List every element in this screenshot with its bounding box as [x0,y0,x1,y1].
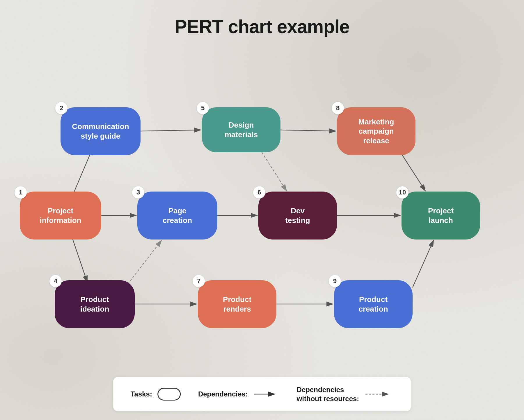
node-3: 3 Pagecreation [137,192,217,240]
node-10: 10 Projectlaunch [402,192,480,240]
chart-area: 1 Projectinformation 2 Communicationstyl… [0,43,524,363]
node-6-label: Devtesting [285,206,310,225]
svg-line-2 [73,149,93,195]
svg-line-7 [125,240,161,287]
node-10-label: Projectlaunch [428,206,454,225]
node-6-number: 6 [253,186,265,199]
legend-dependencies-no-resources: Dependencieswithout resources: [297,385,394,403]
node-5-label: Designmaterials [225,120,258,139]
node-6: 6 Devtesting [258,192,337,240]
legend-dependencies: Dependencies: [198,390,279,398]
chart-title: PERT chart example [0,0,524,37]
legend-task-shape [157,388,181,401]
node-2-number: 2 [55,102,68,114]
svg-line-13 [399,149,425,191]
node-5: 5 Designmaterials [202,107,280,152]
legend-tasks: Tasks: [131,388,181,401]
legend-tasks-label: Tasks: [131,390,152,398]
node-3-number: 3 [132,186,144,199]
node-4-number: 4 [49,275,62,287]
svg-line-4 [71,235,87,282]
node-9-label: Productcreation [358,295,388,314]
node-8: 8 Marketingcampaignrelease [337,107,415,155]
node-9-number: 9 [329,275,341,287]
node-1-label: Projectinformation [40,206,81,225]
svg-line-8 [262,152,287,191]
node-7-number: 7 [193,275,205,287]
node-1: 1 Projectinformation [20,192,101,240]
node-10-number: 10 [396,186,408,199]
node-7: 7 Productrenders [198,280,276,328]
svg-line-9 [280,130,336,131]
svg-line-5 [141,130,201,131]
node-1-number: 1 [15,186,27,199]
legend-solid-arrow [253,390,279,398]
node-7-label: Productrenders [223,295,251,314]
node-9: 9 Productcreation [334,280,413,328]
svg-line-14 [413,240,434,287]
node-3-label: Pagecreation [163,206,192,225]
legend: Tasks: Dependencies: Dependencieswithout… [113,377,411,411]
page-container: PERT chart example [0,0,524,420]
node-5-number: 5 [197,102,209,114]
legend-dependencies-label: Dependencies: [198,390,248,398]
node-4: 4 Productideation [55,280,135,328]
legend-dotted-arrow [364,390,393,398]
node-2-label: Communicationstyle guide [72,122,129,141]
node-2: 2 Communicationstyle guide [61,107,141,155]
legend-no-resources-label: Dependencieswithout resources: [297,385,359,403]
node-4-label: Productideation [80,295,109,314]
node-8-number: 8 [332,102,344,114]
node-8-label: Marketingcampaignrelease [358,117,394,146]
